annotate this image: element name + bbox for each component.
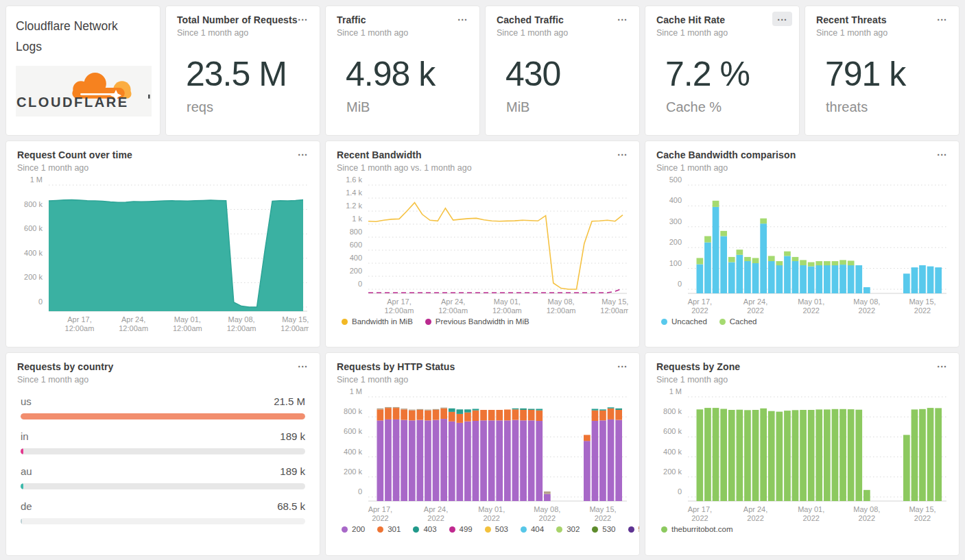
kpi-unit: threats bbox=[826, 99, 948, 115]
svg-text:Apr 24,12:00am: Apr 24,12:00am bbox=[438, 297, 468, 315]
legend-item[interactable]: Bandwidth in MiB bbox=[342, 317, 413, 326]
legend-dot-icon bbox=[342, 526, 348, 533]
panel-title: Cache Hit Rate bbox=[656, 14, 788, 25]
svg-text:400 k: 400 k bbox=[663, 448, 682, 456]
legend-item[interactable]: 503 bbox=[485, 525, 508, 533]
requests-by-country-chart[interactable]: us 21.5 M in 189 k au 189 k de 68.5 k bbox=[17, 395, 309, 524]
ellipsis-menu-icon[interactable]: ... bbox=[293, 358, 313, 373]
svg-text:Apr 17,12:00am: Apr 17,12:00am bbox=[65, 315, 95, 332]
legend-item[interactable]: 403 bbox=[413, 525, 436, 533]
page-title: Cloudflare Network Logs bbox=[16, 16, 146, 57]
requests-by-zone-chart[interactable]: 0200 k400 k600 k800 k1 MApr 17,2022Apr 2… bbox=[656, 387, 948, 523]
panel-title: Cache Bandwidth comparison bbox=[656, 149, 948, 160]
svg-text:600 k: 600 k bbox=[344, 427, 362, 435]
country-bar-track bbox=[21, 448, 305, 454]
svg-text:0: 0 bbox=[678, 487, 682, 496]
legend-dot-icon bbox=[661, 319, 667, 325]
svg-text:800: 800 bbox=[350, 228, 362, 236]
panel-requests-by-http-status: Requests by HTTP Status Since 1 month ag… bbox=[325, 352, 640, 556]
svg-text:1.4 k: 1.4 k bbox=[346, 188, 362, 197]
country-value: 68.5 k bbox=[277, 500, 305, 512]
svg-text:300: 300 bbox=[669, 217, 682, 226]
svg-text:May 08,2022: May 08,2022 bbox=[853, 297, 880, 315]
svg-text:600 k: 600 k bbox=[663, 427, 682, 435]
ellipsis-menu-icon[interactable]: ... bbox=[612, 358, 632, 373]
legend-item[interactable]: 404 bbox=[521, 525, 544, 533]
svg-text:May 15,12:00am: May 15,12:00am bbox=[600, 297, 628, 315]
svg-text:Apr 24,2022: Apr 24,2022 bbox=[424, 505, 448, 522]
kpi-unit: MiB bbox=[346, 99, 468, 115]
legend-item[interactable]: 499 bbox=[449, 525, 473, 533]
recent-bandwidth-chart[interactable]: 02004006008001 k1.2 k1.4 k1.6 kApr 17,12… bbox=[337, 175, 628, 315]
kpi-unit: MiB bbox=[506, 99, 628, 115]
legend-item[interactable]: 200 bbox=[342, 525, 365, 533]
legend-item[interactable]: 302 bbox=[556, 525, 580, 533]
legend-item[interactable]: theburritobot.com bbox=[661, 525, 733, 533]
svg-text:May 15,12:00am: May 15,12:00am bbox=[281, 315, 309, 332]
ellipsis-menu-icon[interactable]: ... bbox=[453, 12, 473, 26]
panel-requests-by-zone: Requests by Zone Since 1 month ago ... 0… bbox=[645, 352, 960, 556]
kpi-value: 23.5 M bbox=[186, 54, 309, 94]
http-status-chart[interactable]: 0200 k400 k600 k800 k1 MApr 17,2022Apr 2… bbox=[337, 387, 628, 523]
svg-text:400 k: 400 k bbox=[24, 249, 43, 257]
svg-text:May 01,2022: May 01,2022 bbox=[478, 505, 505, 522]
svg-text:Apr 17,2022: Apr 17,2022 bbox=[368, 505, 392, 522]
panel-kpi-traffic: Traffic Since 1 month ago ... 4.98 k MiB bbox=[325, 5, 480, 136]
panel-subtitle: Since 1 month ago bbox=[17, 375, 309, 385]
svg-text:May 08,2022: May 08,2022 bbox=[534, 505, 560, 522]
panel-cache-bandwidth: Cache Bandwidth comparison Since 1 month… bbox=[645, 141, 960, 348]
cloudflare-wordmark: CLOUDFLARE bbox=[16, 95, 129, 110]
svg-text:1.6 k: 1.6 k bbox=[346, 175, 362, 184]
svg-text:600 k: 600 k bbox=[24, 224, 43, 232]
country-bar-fill bbox=[21, 518, 22, 524]
svg-text:200: 200 bbox=[350, 267, 362, 275]
country-bar-track bbox=[21, 413, 305, 419]
legend-item[interactable]: Cached bbox=[719, 317, 757, 326]
ellipsis-menu-icon[interactable]: ... bbox=[772, 12, 792, 26]
legend-item[interactable]: 526 bbox=[628, 525, 641, 533]
panel-subtitle: Since 1 month ago bbox=[656, 28, 788, 38]
panel-subtitle: Since 1 month ago vs. 1 month ago bbox=[337, 163, 628, 173]
panel-title: Cached Traffic bbox=[497, 14, 628, 25]
ellipsis-menu-icon[interactable]: ... bbox=[293, 147, 313, 161]
ellipsis-menu-icon[interactable]: ... bbox=[612, 147, 632, 161]
legend-item[interactable]: Uncached bbox=[661, 317, 707, 326]
ellipsis-menu-icon[interactable]: ... bbox=[932, 358, 952, 373]
svg-text:May 08,12:00am: May 08,12:00am bbox=[227, 315, 257, 332]
legend-dot-icon bbox=[413, 526, 419, 533]
svg-text:400 k: 400 k bbox=[344, 448, 362, 456]
legend-item[interactable]: 530 bbox=[592, 525, 615, 533]
country-bar-fill bbox=[21, 413, 305, 419]
panel-brand: Cloudflare Network Logs CLOUDFLARE bbox=[5, 5, 160, 136]
panel-title: Requests by country bbox=[17, 361, 309, 372]
svg-text:0: 0 bbox=[38, 297, 43, 306]
svg-text:200: 200 bbox=[669, 238, 682, 246]
cache-bandwidth-chart[interactable]: 0100200300400500Apr 17,2022Apr 24,2022Ma… bbox=[656, 175, 948, 315]
legend-dot-icon bbox=[485, 526, 491, 533]
zone-legend: theburritobot.com bbox=[661, 525, 948, 533]
panel-kpi-cached-traffic: Cached Traffic Since 1 month ago ... 430… bbox=[485, 5, 640, 136]
svg-text:600: 600 bbox=[350, 241, 362, 249]
legend-dot-icon bbox=[377, 526, 383, 533]
panel-subtitle: Since 1 month ago bbox=[337, 28, 468, 38]
kpi-value: 7.2 % bbox=[665, 54, 788, 94]
legend-item[interactable]: 301 bbox=[377, 525, 401, 533]
ellipsis-menu-icon[interactable]: ... bbox=[612, 12, 632, 26]
ellipsis-menu-icon[interactable]: ... bbox=[293, 12, 313, 26]
panel-requests-by-country: Requests by country Since 1 month ago ..… bbox=[5, 352, 320, 556]
bandwidth-legend: Bandwidth in MiB Previous Bandwidth in M… bbox=[342, 317, 628, 326]
svg-text:800 k: 800 k bbox=[24, 200, 43, 208]
svg-text:1 M: 1 M bbox=[30, 175, 43, 184]
legend-item[interactable]: Previous Bandwidth in MiB bbox=[425, 317, 529, 326]
svg-text:100: 100 bbox=[669, 259, 682, 267]
panel-title: Request Count over time bbox=[17, 149, 309, 160]
svg-text:Apr 17,12:00am: Apr 17,12:00am bbox=[385, 297, 414, 315]
svg-text:Apr 24,12:00am: Apr 24,12:00am bbox=[119, 315, 148, 332]
request-count-chart[interactable]: 0200 k400 k600 k800 k1 MApr 17,12:00amAp… bbox=[17, 175, 309, 333]
ellipsis-menu-icon[interactable]: ... bbox=[932, 12, 952, 26]
svg-text:800 k: 800 k bbox=[663, 407, 682, 415]
panel-subtitle: Since 1 month ago bbox=[497, 28, 628, 38]
legend-dot-icon bbox=[449, 526, 455, 533]
ellipsis-menu-icon[interactable]: ... bbox=[932, 147, 952, 161]
svg-text:400: 400 bbox=[669, 196, 682, 204]
